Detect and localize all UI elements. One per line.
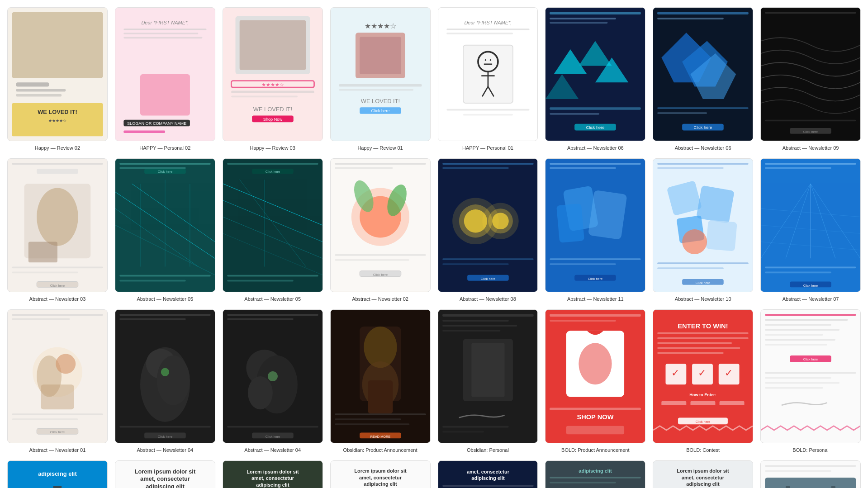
svg-rect-32 [339, 89, 413, 91]
svg-text:✓: ✓ [725, 367, 733, 379]
svg-rect-211 [335, 414, 426, 416]
svg-text:WE LOVED IT!: WE LOVED IT! [360, 98, 399, 104]
template-card[interactable]: Click here Abstract — Newsletter 04 [223, 309, 323, 453]
svg-rect-265 [765, 387, 823, 389]
svg-text:Lorem ipsum dolor sit: Lorem ipsum dolor sit [354, 468, 407, 474]
svg-rect-134 [442, 258, 534, 260]
template-card[interactable]: Click here Abstract — Newsletter 02 [330, 158, 431, 302]
svg-text:✓: ✓ [672, 367, 680, 379]
svg-rect-84 [12, 267, 103, 269]
svg-rect-210 [368, 380, 393, 413]
template-card[interactable]: adipiscing elit UNSUBSCRIBE Scenic: Gold… [545, 460, 645, 488]
svg-text:Click here: Click here [158, 170, 173, 174]
svg-rect-38 [446, 28, 529, 30]
template-card[interactable]: Dear *FIRST NAME*, SLOGAN OR COMPANY NAM… [115, 7, 215, 151]
svg-rect-239 [657, 352, 724, 354]
svg-rect-247 [662, 401, 687, 405]
svg-rect-140 [550, 167, 617, 169]
svg-rect-3 [16, 89, 66, 91]
svg-rect-187 [119, 314, 211, 316]
svg-text:Click here: Click here [50, 284, 65, 288]
svg-rect-22 [231, 91, 314, 93]
svg-rect-258 [765, 339, 835, 341]
template-label: Abstract — Newsletter 05 [244, 296, 301, 302]
svg-text:amet, consectetur: amet, consectetur [140, 476, 190, 483]
svg-rect-144 [550, 258, 641, 260]
template-label: Obsidian: Personal [467, 447, 509, 453]
template-card[interactable]: Click here Abstract — Newsletter 05 [115, 158, 215, 302]
template-card[interactable]: Click here Abstract — Newsletter 07 [760, 158, 861, 302]
svg-rect-360 [831, 486, 835, 488]
svg-rect-188 [119, 318, 186, 320]
svg-text:Click here: Click here [588, 277, 603, 281]
template-card[interactable]: Lorem ipsum dolor sit amet, consectetur … [653, 460, 753, 488]
template-card[interactable]: SHOP NOW BOLD: Product Announcement [545, 309, 645, 453]
template-card[interactable]: Lorem ipsum dolor sit amet, consectetur … [223, 460, 323, 488]
svg-rect-176 [12, 314, 103, 316]
svg-text:Click here: Click here [480, 277, 495, 281]
template-card[interactable]: Click here Abstract — Newsletter 05 [223, 158, 323, 302]
svg-rect-162 [765, 167, 831, 169]
template-card[interactable]: adipiscing elit UNSUBSCRIBE Scenic: Capi… [7, 460, 108, 488]
svg-text:adipiscing elit: adipiscing elit [38, 471, 77, 478]
svg-rect-23 [231, 96, 298, 98]
svg-rect-248 [691, 401, 716, 405]
svg-rect-332 [550, 482, 617, 484]
template-card[interactable]: amet, consectetur adipiscing elit UNSUBS… [438, 460, 538, 488]
template-card[interactable]: READ MORE Obsidian: Product Announcement [330, 309, 431, 453]
template-card[interactable]: Click here BOLD: Personal [760, 309, 861, 453]
template-card[interactable]: ★★★★☆ WE LOVED IT! Shop Now Happy — Revi… [223, 7, 323, 151]
svg-rect-127 [442, 167, 509, 169]
svg-rect-263 [765, 377, 831, 379]
svg-text:amet, consectetur: amet, consectetur [251, 476, 294, 481]
template-label: BOLD: Personal [792, 447, 828, 453]
svg-rect-70 [657, 112, 707, 114]
template-card[interactable]: Click here Abstract — Newsletter 04 [115, 309, 215, 453]
template-label: Abstract — Newsletter 08 [460, 296, 516, 302]
svg-rect-79 [12, 163, 103, 165]
template-label: HAPPY — Personal 01 [462, 145, 513, 151]
template-card[interactable]: Lorem ipsum dolor sit amet, consectetur … [115, 460, 215, 488]
template-label: Abstract — Newsletter 09 [783, 145, 839, 151]
svg-rect-331 [550, 477, 641, 479]
svg-rect-177 [12, 318, 70, 320]
svg-text:amet, consectetur: amet, consectetur [682, 475, 725, 480]
template-card[interactable]: ENTER TO WIN! ✓ ✓ ✓ How to Enter: [653, 309, 753, 453]
svg-text:Click here: Click here [803, 284, 818, 288]
svg-rect-227 [550, 320, 617, 322]
template-card[interactable]: UNSUBSCRIBE Scenic: Bridge [760, 460, 861, 488]
svg-rect-222 [471, 343, 504, 397]
template-card[interactable]: Click here Abstract — Newsletter 10 [653, 158, 753, 302]
template-label: Happy — Review 02 [35, 145, 80, 151]
svg-rect-237 [657, 342, 732, 344]
svg-rect-64 [657, 12, 749, 14]
template-card[interactable]: Click here Abstract — Newsletter 09 [760, 7, 861, 151]
svg-text:Click here: Click here [50, 431, 65, 435]
svg-rect-51 [545, 8, 645, 140]
template-card[interactable]: Lorem ipsum dolor sit amet, consectetur … [330, 460, 431, 488]
template-card[interactable]: WE LOVED IT! ★★★★☆ Happy — Review 02 [7, 7, 108, 151]
template-card[interactable]: ★★★★☆ WE LOVED IT! Click here Happy — Re… [330, 7, 431, 151]
template-card[interactable]: Click here Abstract — Newsletter 06 [653, 7, 753, 151]
svg-text:Click here: Click here [586, 125, 605, 130]
svg-rect-135 [442, 263, 509, 265]
template-label: Obsidian: Product Announcement [343, 447, 417, 453]
template-card[interactable]: Dear *FIRST NAME*, HAPPY — Personal 01 [438, 7, 538, 151]
template-label: BOLD: Contest [686, 447, 720, 453]
template-label: Abstract — Newsletter 10 [675, 296, 731, 302]
svg-point-133 [492, 213, 509, 230]
svg-text:Click here: Click here [265, 435, 280, 439]
svg-text:amet, consectetur: amet, consectetur [359, 475, 402, 480]
svg-text:SHOP NOW: SHOP NOW [577, 413, 614, 421]
template-card[interactable]: Obsidian: Personal [438, 309, 538, 453]
svg-rect-10 [123, 28, 206, 30]
template-card[interactable]: Click here Abstract — Newsletter 11 [545, 158, 645, 302]
svg-rect-257 [765, 334, 823, 336]
svg-rect-249 [720, 401, 745, 405]
template-card[interactable]: Click here Abstract — Newsletter 06 [545, 7, 645, 151]
template-card[interactable]: Click here Abstract — Newsletter 01 [7, 309, 108, 453]
template-label: Happy — Review 03 [250, 145, 295, 151]
svg-rect-272 [53, 486, 62, 488]
template-card[interactable]: Click here Abstract — Newsletter 08 [438, 158, 538, 302]
template-card[interactable]: Click here Abstract — Newsletter 03 [7, 158, 108, 302]
